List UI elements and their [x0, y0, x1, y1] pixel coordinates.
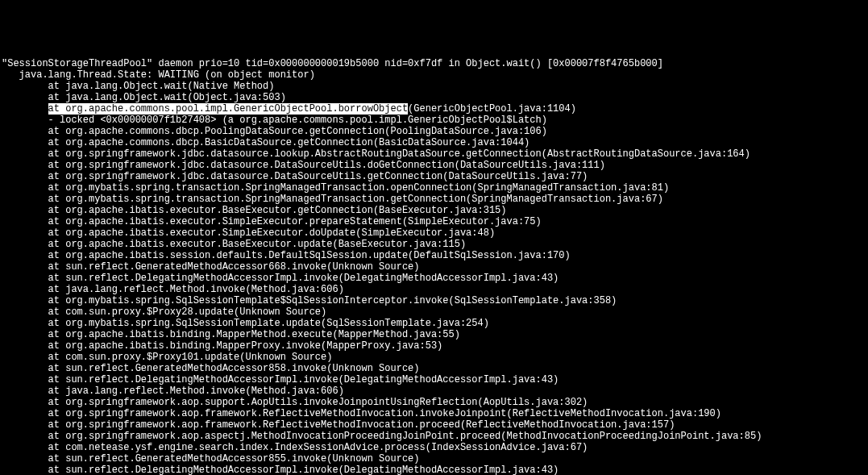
highlighted-frame[interactable]: at org.apache.commons.pool.impl.GenericO…	[48, 103, 408, 115]
terminal-output[interactable]: "SessionStorageThreadPool" daemon prio=1…	[0, 56, 868, 475]
